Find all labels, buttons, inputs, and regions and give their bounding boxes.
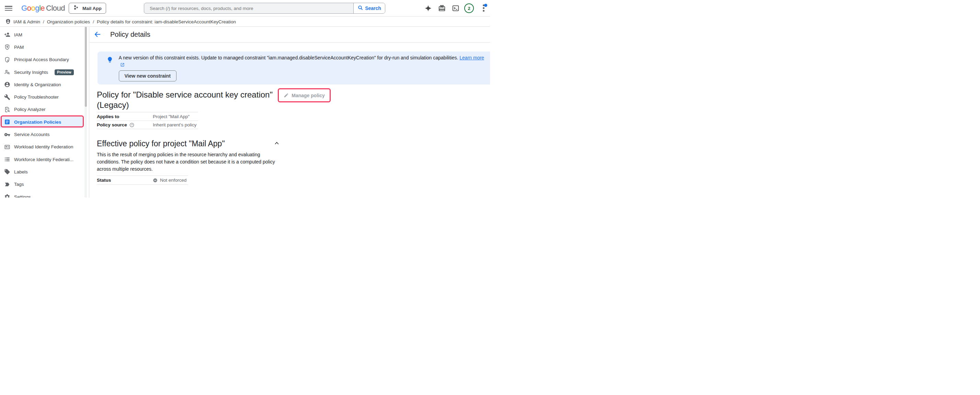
key-icon <box>4 132 10 138</box>
gear-icon <box>4 194 10 198</box>
policy-summary-table: Applies toProject "Mail App"Policy sourc… <box>97 112 198 129</box>
sidebar-item-pam[interactable]: PAM <box>0 41 83 53</box>
wrench-icon <box>4 94 10 100</box>
search-button[interactable]: Search <box>353 3 385 13</box>
notification-blue-dot <box>484 4 487 7</box>
svg-text:?: ? <box>131 124 132 126</box>
sidebar-item-principal-access-boundary[interactable]: Principal Access Boundary <box>0 54 83 66</box>
status-label: Status <box>97 178 153 183</box>
banner-body: A new version of this constraint exists.… <box>119 55 489 81</box>
manage-policy-label: Manage policy <box>291 93 325 98</box>
policy-source-value: Inherit parent's policy <box>153 122 196 127</box>
annotation-box-manage-policy: Manage policy <box>278 88 331 102</box>
page-title: Policy details <box>110 30 150 38</box>
label-important-icon <box>4 182 10 188</box>
view-new-constraint-button[interactable]: View new constraint <box>119 70 177 81</box>
breadcrumb-item-1[interactable]: IAM & Admin <box>13 19 40 24</box>
sidebar-item-service-accounts[interactable]: Service Accounts <box>0 128 83 140</box>
search-input[interactable] <box>144 6 353 11</box>
shield-person-icon <box>4 57 10 63</box>
learn-more-link[interactable]: Learn more <box>460 55 484 61</box>
google-cloud-logo[interactable]: GoogleCloud <box>21 4 65 13</box>
sidebar-item-label: Policy Troubleshooter <box>14 94 59 100</box>
breadcrumb: IAM & Admin/Organization policies/Policy… <box>0 16 490 27</box>
sidebar-item-tags[interactable]: Tags <box>0 178 83 191</box>
notification-count: 2 <box>468 6 470 11</box>
iam-admin-shield-person-icon <box>5 19 11 24</box>
sidebar-item-labels[interactable]: Labels <box>0 166 83 178</box>
gemini-sparkle-icon[interactable] <box>425 5 432 12</box>
sidebar-item-settings[interactable]: Settings <box>0 191 83 198</box>
effective-policy-description: This is the result of merging policies i… <box>97 151 284 173</box>
breadcrumb-items: IAM & Admin/Organization policies/Policy… <box>13 19 236 25</box>
hexagon-project-icon <box>73 5 79 12</box>
breadcrumb-item-3: Policy details for constraint: iam-disab… <box>97 19 236 24</box>
article-icon <box>4 119 10 125</box>
gcp-console: GoogleCloud Mail App Search 2 <box>0 0 490 198</box>
sidebar-item-workload-identity-federation[interactable]: Workload Identity Federation <box>0 141 83 153</box>
search-button-label: Search <box>365 5 381 11</box>
search-icon <box>358 5 363 12</box>
project-name: Mail App <box>83 6 102 11</box>
sidebar-scrollbar-thumb[interactable] <box>85 27 87 107</box>
sidebar-item-security-insights[interactable]: Security InsightsPreview <box>0 66 83 78</box>
sidebar-item-label: Organization Policies <box>14 119 61 125</box>
main-content: Policy details A new version of this con… <box>90 27 490 198</box>
effective-policy-title: Effective policy for project "Mail App" <box>97 139 225 148</box>
pencil-icon <box>284 93 289 98</box>
status-table: Status Not enforced <box>97 175 188 185</box>
doc-search-icon <box>4 107 10 113</box>
shield-key-icon <box>4 44 10 50</box>
global-search-bar: Search <box>144 3 385 14</box>
new-constraint-banner: A new version of this constraint exists.… <box>97 51 490 84</box>
sidebar-item-label: Workload Identity Federation <box>14 144 73 150</box>
label-icon <box>4 169 10 175</box>
sidebar-item-workforce-identity-federati[interactable]: Workforce Identity Federati... <box>0 153 83 166</box>
top-app-bar: GoogleCloud Mail App Search 2 <box>0 0 490 16</box>
logo-cloud-text: Cloud <box>46 4 65 12</box>
account-circle-icon <box>4 81 10 88</box>
open-in-new-icon[interactable] <box>120 62 125 67</box>
free-trial-status-badge[interactable]: 2 <box>464 3 474 13</box>
sidebar-item-label: Workforce Identity Federati... <box>14 157 73 162</box>
applies-to-label: Applies to <box>97 114 153 119</box>
sidebar-item-organization-policies[interactable]: Organization Policies <box>0 116 83 128</box>
help-icon[interactable]: ? <box>129 123 134 127</box>
sidebar-item-iam[interactable]: IAM <box>0 29 83 41</box>
breadcrumb-item-2[interactable]: Organization policies <box>47 19 90 24</box>
badge-card-icon <box>4 144 10 150</box>
policy-details-body: A new version of this constraint exists.… <box>90 51 490 185</box>
table-row-status: Status Not enforced <box>97 175 188 185</box>
sidebar-scrollbar <box>84 27 87 198</box>
sidebar-item-label: IAM <box>14 32 22 37</box>
sidebar-item-identity-organization[interactable]: Identity & Organization <box>0 78 83 91</box>
sidebar-item-label: Service Accounts <box>14 132 50 137</box>
policy-source-label: Policy source? <box>97 122 153 127</box>
sidebar-item-label: Labels <box>14 169 28 175</box>
cloud-shell-icon[interactable] <box>452 5 460 12</box>
chevron-up-icon[interactable] <box>273 140 281 148</box>
not-enforced-minus-icon <box>153 178 158 183</box>
status-value: Not enforced <box>160 178 186 183</box>
breadcrumb-separator: / <box>90 19 97 24</box>
sidebar-nav: IAMPAMPrincipal Access BoundarySecurity … <box>0 27 89 198</box>
search-field[interactable] <box>144 3 353 13</box>
lightbulb-icon <box>107 56 113 63</box>
sidebar-item-policy-analyzer[interactable]: Policy Analyzer <box>0 104 83 116</box>
sidebar-item-label: Policy Analyzer <box>14 107 46 112</box>
breadcrumb-separator: / <box>40 19 47 24</box>
sidebar-item-label: Security Insights <box>14 70 48 75</box>
back-arrow-icon[interactable] <box>94 30 102 39</box>
banner-message-text: A new version of this constraint exists.… <box>119 55 458 61</box>
gift-icon[interactable] <box>438 5 446 12</box>
sidebar-item-label: Settings <box>14 194 31 198</box>
page-header: Policy details <box>90 27 490 43</box>
sidebar-item-policy-troubleshooter[interactable]: Policy Troubleshooter <box>0 91 83 103</box>
person-search-icon <box>4 69 10 75</box>
menu-icon[interactable] <box>5 5 12 12</box>
preview-badge: Preview <box>55 69 74 75</box>
list-icon <box>4 156 10 162</box>
sidebar-item-label: Identity & Organization <box>14 82 61 87</box>
project-selector-button[interactable]: Mail App <box>69 3 106 14</box>
manage-policy-button[interactable]: Manage policy <box>284 93 325 98</box>
